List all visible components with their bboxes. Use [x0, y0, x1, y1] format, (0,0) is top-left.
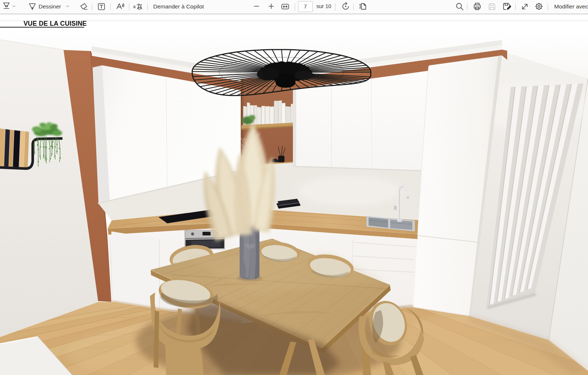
svg-text:a: a: [133, 4, 136, 9]
